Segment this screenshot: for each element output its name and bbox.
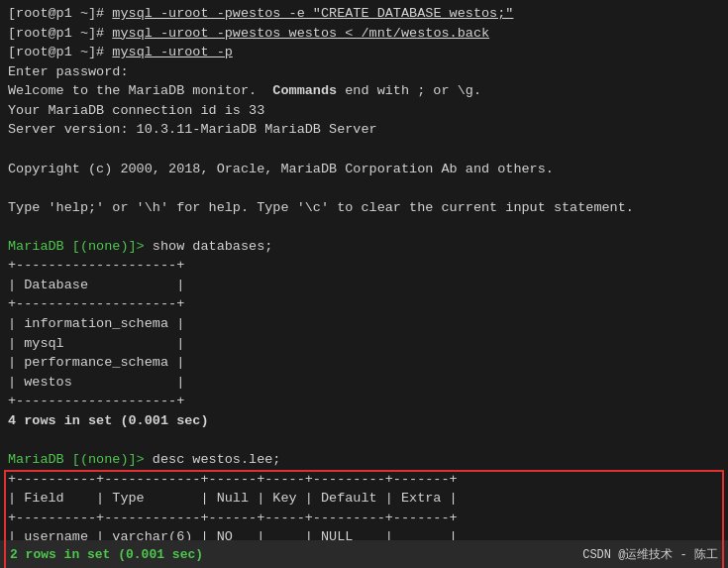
terminal-line bbox=[8, 430, 720, 450]
terminal-line: MariaDB [(none)]> desc westos.lee; bbox=[8, 450, 720, 470]
output-text: Server version: 10.3.11-MariaDB MariaDB … bbox=[8, 122, 377, 137]
footer-bar: 2 rows in set (0.001 sec) CSDN @运维技术 - 陈… bbox=[0, 540, 728, 568]
table-border: +--------------------+ bbox=[8, 256, 720, 276]
table-border: +----------+------------+------+-----+--… bbox=[8, 470, 720, 490]
output-text: Copyright (c) 2000, 2018, Oracle, MariaD… bbox=[8, 162, 554, 176]
terminal-line bbox=[8, 140, 720, 160]
row-count: 4 rows in set (0.001 sec) bbox=[8, 411, 720, 431]
table-row: | mysql | bbox=[8, 334, 720, 354]
terminal-line: [root@p1 ~]# mysql -uroot -pwestos westo… bbox=[8, 24, 720, 44]
output-text: Welcome to the MariaDB monitor. Commands… bbox=[8, 83, 481, 98]
command-text: mysql -uroot -pwestos -e "CREATE DATABAS… bbox=[112, 6, 513, 21]
table-border: +----------+------------+------+-----+--… bbox=[8, 509, 720, 528]
terminal-line: Enter password: bbox=[8, 62, 720, 82]
output-text: Your MariaDB connection id is 33 bbox=[8, 103, 264, 118]
prompt: [root@p1 ~]# bbox=[8, 45, 112, 59]
footer-watermark: CSDN @运维技术 - 陈工 bbox=[582, 546, 718, 563]
mariadb-prompt: MariaDB [(none)]> bbox=[8, 452, 153, 467]
output-text: Enter password: bbox=[8, 64, 129, 79]
terminal-line: Copyright (c) 2000, 2018, Oracle, MariaD… bbox=[8, 160, 720, 179]
command-text: mysql -uroot -p bbox=[112, 45, 233, 59]
terminal-line: Server version: 10.3.11-MariaDB MariaDB … bbox=[8, 120, 720, 140]
table-header: | Field | Type | Null | Key | Default | … bbox=[8, 489, 720, 509]
terminal-line: Welcome to the MariaDB monitor. Commands… bbox=[8, 81, 720, 101]
terminal-line: [root@p1 ~]# mysql -uroot -p bbox=[8, 43, 720, 62]
table-border: +--------------------+ bbox=[8, 392, 720, 411]
output-text: Type 'help;' or '\h' for help. Type '\c'… bbox=[8, 200, 634, 215]
table-border: +--------------------+ bbox=[8, 294, 720, 314]
terminal-line: Your MariaDB connection id is 33 bbox=[8, 101, 720, 121]
terminal-line: MariaDB [(none)]> show databases; bbox=[8, 237, 720, 257]
table-row: | westos | bbox=[8, 373, 720, 393]
table-row: | information_schema | bbox=[8, 314, 720, 334]
mariadb-prompt: MariaDB [(none)]> bbox=[8, 239, 153, 254]
prompt: [root@p1 ~]# bbox=[8, 26, 112, 41]
footer-rowcount: 2 rows in set (0.001 sec) bbox=[10, 547, 203, 562]
prompt: [root@p1 ~]# bbox=[8, 6, 112, 21]
terminal-line bbox=[8, 217, 720, 237]
table-row: | performance_schema | bbox=[8, 353, 720, 373]
terminal-line: [root@p1 ~]# mysql -uroot -pwestos -e "C… bbox=[8, 4, 720, 24]
table-header: | Database | bbox=[8, 276, 720, 295]
terminal-line: Type 'help;' or '\h' for help. Type '\c'… bbox=[8, 198, 720, 218]
terminal-line bbox=[8, 178, 720, 198]
command-text: show databases; bbox=[153, 239, 273, 254]
terminal: [root@p1 ~]# mysql -uroot -pwestos -e "C… bbox=[0, 0, 728, 568]
command-text: desc westos.lee; bbox=[153, 452, 281, 467]
command-text: mysql -uroot -pwestos westos < /mnt/west… bbox=[112, 26, 489, 41]
